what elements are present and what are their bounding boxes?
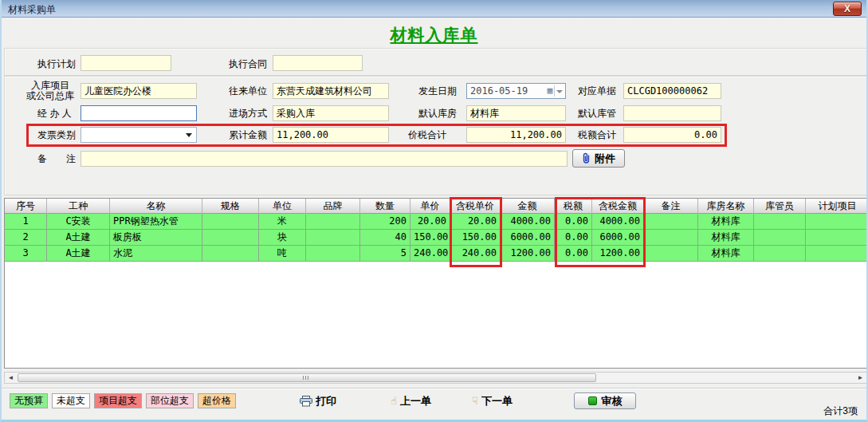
- table-cell[interactable]: [754, 214, 806, 230]
- table-cell[interactable]: C安装: [47, 214, 110, 230]
- prev-order-button[interactable]: ☝ 上一单: [391, 394, 431, 408]
- table-cell[interactable]: 5: [360, 246, 410, 262]
- next-label: 下一单: [481, 394, 513, 408]
- close-button[interactable]: X: [833, 2, 862, 16]
- total-count: 合计3项: [823, 404, 858, 418]
- table-cell[interactable]: 0.00: [555, 230, 592, 246]
- doc-label: 对应单据: [578, 86, 616, 97]
- table-cell[interactable]: [306, 214, 360, 230]
- table-cell[interactable]: [806, 246, 867, 262]
- attachment-label: 附件: [595, 152, 615, 166]
- scrollbar-grip: [303, 376, 308, 380]
- project-input[interactable]: 儿童医院办公楼: [81, 83, 197, 99]
- project-label: 入库项目 或公司总库: [24, 81, 77, 101]
- table-row[interactable]: 3A土建水泥吨5240.00240.001200.000.001200.00材料…: [5, 246, 866, 262]
- table-cell[interactable]: 1200.00: [592, 246, 644, 262]
- table-cell[interactable]: 20.00: [410, 214, 450, 230]
- cumulative-input[interactable]: 11,200.00: [273, 127, 389, 143]
- table-cell[interactable]: 150.00: [410, 230, 450, 246]
- table-cell[interactable]: [644, 214, 698, 230]
- table-cell[interactable]: 材料库: [698, 214, 754, 230]
- print-button[interactable]: 打印: [300, 394, 336, 408]
- table-cell[interactable]: [202, 230, 259, 246]
- table-row[interactable]: 1C安装PPR钢塑热水管米20020.0020.004000.000.00400…: [5, 214, 866, 230]
- table-cell[interactable]: 20.00: [450, 214, 501, 230]
- table-cell[interactable]: A土建: [47, 230, 110, 246]
- table-cell[interactable]: PPR钢塑热水管: [110, 214, 202, 230]
- table-cell[interactable]: 米: [259, 214, 306, 230]
- exec-contract-input[interactable]: [273, 55, 363, 71]
- column-header: 工种: [47, 199, 110, 214]
- date-separator: [554, 85, 555, 97]
- table-cell[interactable]: 2: [5, 230, 47, 246]
- date-picker[interactable]: 2016-05-19 ▦: [466, 83, 566, 99]
- table-cell[interactable]: A土建: [47, 246, 110, 262]
- scroll-left-arrow[interactable]: ◄: [5, 373, 17, 383]
- tax-total-input[interactable]: 0.00: [623, 127, 721, 143]
- table-cell[interactable]: 1: [5, 214, 47, 230]
- table-cell[interactable]: [644, 246, 698, 262]
- table-cell[interactable]: 材料库: [698, 246, 754, 262]
- exec-plan-input[interactable]: [81, 55, 171, 71]
- app-window: 材料采购单 X 材料入库单 执行计划 执行合同 入库项目 或公司总库 儿童医院办…: [0, 0, 868, 422]
- table-cell[interactable]: 150.00: [450, 230, 501, 246]
- table-cell[interactable]: 4000.00: [592, 214, 644, 230]
- table-cell[interactable]: 材料库: [698, 230, 754, 246]
- audit-button[interactable]: 审核: [574, 392, 636, 409]
- table-cell[interactable]: 0.00: [555, 214, 592, 230]
- column-header: 品牌: [306, 199, 360, 214]
- table-cell[interactable]: [806, 214, 867, 230]
- handler-input[interactable]: [81, 105, 197, 121]
- legend-item: 无预算: [10, 393, 48, 408]
- table-cell[interactable]: 水泥: [110, 246, 202, 262]
- table-cell[interactable]: [754, 230, 806, 246]
- table-cell[interactable]: [306, 230, 360, 246]
- table-cell[interactable]: 40: [360, 230, 410, 246]
- scrollbar-thumb[interactable]: [18, 373, 596, 382]
- paperclip-icon: [582, 152, 591, 164]
- invoice-type-select[interactable]: [81, 127, 197, 143]
- chevron-down-icon[interactable]: [556, 90, 563, 93]
- table-cell[interactable]: 吨: [259, 246, 306, 262]
- column-header: 金额: [501, 199, 555, 214]
- table-cell[interactable]: 3: [5, 246, 47, 262]
- table-cell[interactable]: [306, 246, 360, 262]
- legend-item: 未超支: [52, 393, 90, 408]
- column-header: 库管员: [754, 199, 806, 214]
- warehouse-input[interactable]: 材料库: [466, 105, 566, 121]
- column-header: 含税单价: [450, 199, 501, 214]
- grid-header: 序号工种名称规格单位品牌数量单价含税单价金额税额含税金额备注库房名称库管员计划项…: [5, 199, 866, 214]
- table-row[interactable]: 2A土建板房板块40150.00150.006000.000.006000.00…: [5, 230, 866, 246]
- table-cell[interactable]: [806, 230, 867, 246]
- table-cell[interactable]: [202, 246, 259, 262]
- attachment-button[interactable]: 附件: [572, 149, 625, 168]
- table-cell[interactable]: 0.00: [555, 246, 592, 262]
- next-order-button[interactable]: ☟ 下一单: [472, 394, 513, 408]
- scroll-right-arrow[interactable]: ►: [854, 373, 866, 383]
- table-cell[interactable]: 6000.00: [592, 230, 644, 246]
- table-cell[interactable]: [202, 214, 259, 230]
- table-cell[interactable]: [754, 246, 806, 262]
- remark-input[interactable]: [81, 151, 568, 167]
- table-cell[interactable]: 板房板: [110, 230, 202, 246]
- column-header: 规格: [202, 199, 259, 214]
- grid-body: 1C安装PPR钢塑热水管米20020.0020.004000.000.00400…: [5, 214, 866, 262]
- doc-input[interactable]: CLCGD100000062: [623, 83, 721, 99]
- table-cell[interactable]: 240.00: [410, 246, 450, 262]
- legend-item: 部位超支: [146, 393, 194, 408]
- table-cell[interactable]: [644, 230, 698, 246]
- table-cell[interactable]: 1200.00: [501, 246, 555, 262]
- table-cell[interactable]: 6000.00: [501, 230, 555, 246]
- project-label-line2: 或公司总库: [24, 91, 77, 101]
- horizontal-scrollbar[interactable]: ◄ ►: [4, 372, 867, 384]
- counterparty-input[interactable]: 东营天成建筑材料公司: [273, 83, 389, 99]
- entry-mode-input[interactable]: 采购入库: [273, 105, 389, 121]
- items-grid: 序号工种名称规格单位品牌数量单价含税单价金额税额含税金额备注库房名称库管员计划项…: [4, 198, 867, 369]
- table-cell[interactable]: 200: [360, 214, 410, 230]
- invoice-type-label: 发票类别: [37, 130, 76, 140]
- keeper-input[interactable]: [623, 105, 721, 121]
- price-tax-total-input[interactable]: 11,200.00: [466, 127, 566, 143]
- table-cell[interactable]: 块: [259, 230, 306, 246]
- table-cell[interactable]: 240.00: [450, 246, 501, 262]
- table-cell[interactable]: 4000.00: [501, 214, 555, 230]
